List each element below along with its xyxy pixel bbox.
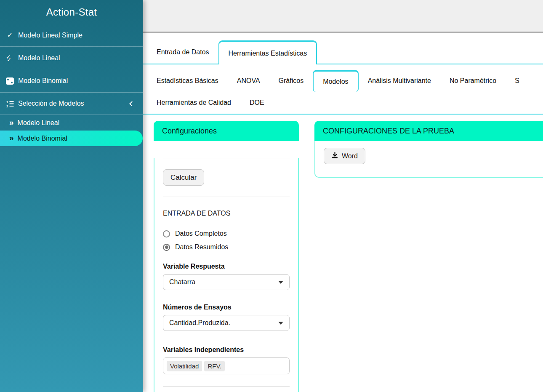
- word-button-label: Word: [342, 152, 358, 160]
- download-icon: [331, 152, 338, 160]
- sidebar-item-label: Modelo Binomial: [18, 77, 68, 85]
- svg-text:1: 1: [6, 100, 8, 104]
- response-variable-select[interactable]: Chatarra: [163, 274, 290, 290]
- check-icon: ✓: [6, 31, 14, 39]
- trials-count-label: Números de Ensayos: [163, 304, 290, 311]
- results-panel-body: Word: [314, 141, 543, 178]
- chevron-left-icon[interactable]: [129, 101, 135, 107]
- secondary-tabs-row2: Herramientas de Calidad DOE: [147, 92, 543, 114]
- tab-truncated[interactable]: S: [506, 77, 529, 85]
- results-panel-header: CONFIGURACIONES DE LA PRUEBA: [314, 121, 543, 141]
- ordered-list-icon: 1 2: [6, 100, 14, 107]
- config-panel-header: Configuraciones: [154, 121, 299, 141]
- radio-datos-resumidos[interactable]: Datos Resumidos: [163, 242, 290, 253]
- trials-count-select[interactable]: Cantidad.Produzida.: [163, 315, 290, 331]
- sidebar-nav: ✓ Modelo Lineal Simple ✓✓ Modelo Lineal …: [0, 24, 143, 146]
- radio-icon: [163, 244, 170, 251]
- secondary-tabs-row1: Estadísticas Básicas ANOVA Gráficos Mode…: [147, 70, 543, 92]
- tab-label: Entrada de Datos: [157, 48, 209, 56]
- sidebar-item-label: Modelo Lineal: [18, 54, 60, 62]
- sidebar-item-seleccion-de-modelos[interactable]: 1 2 Selección de Modelos: [0, 92, 143, 115]
- data-entry-heading: ENTRADA DE DATOS: [163, 210, 290, 217]
- radio-label: Datos Completos: [175, 230, 227, 237]
- config-panel-title: Configuraciones: [162, 127, 217, 136]
- tab-label: No Paramétrico: [450, 77, 496, 84]
- divider: [163, 386, 290, 387]
- independent-variables-label: Variables Independientes: [163, 346, 290, 354]
- tab-anova[interactable]: ANOVA: [228, 77, 269, 85]
- angles-right-icon: »: [9, 118, 14, 126]
- sidebar: Action-Stat ✓ Modelo Lineal Simple ✓✓ Mo…: [0, 0, 143, 392]
- variable-chip[interactable]: Volatilidad: [167, 361, 202, 371]
- select-value: Cantidad.Produzida.: [169, 319, 230, 327]
- svg-text:2: 2: [6, 104, 8, 107]
- config-panel: Configuraciones Calcular ENTRADA DE DATO…: [154, 121, 299, 392]
- tab-graficos[interactable]: Gráficos: [269, 77, 313, 85]
- sidebar-item-label: Modelo Lineal Simple: [18, 32, 83, 39]
- divider: [163, 197, 290, 197]
- tab-label: Análisis Multivariante: [368, 77, 431, 84]
- config-panel-body: Calcular ENTRADA DE DATOS Datos Completo…: [154, 158, 299, 392]
- tab-label: Modelos: [323, 78, 348, 85]
- radio-datos-completos[interactable]: Datos Completos: [163, 228, 290, 239]
- sidebar-subitem-label: Modelo Lineal: [18, 119, 60, 127]
- tab-label: S: [515, 77, 519, 84]
- sidebar-item-label: Selección de Modelos: [18, 100, 84, 107]
- sidebar-subitem-modelo-lineal[interactable]: » Modelo Lineal: [0, 115, 143, 131]
- tab-label: Herramientas Estadísticas: [229, 50, 307, 57]
- chevron-down-icon: [278, 322, 283, 325]
- angles-right-icon: »: [9, 134, 14, 142]
- tab-analisis-multivariante[interactable]: Análisis Multivariante: [359, 77, 440, 85]
- main-area: Entrada de Datos Herramientas Estadístic…: [143, 0, 543, 392]
- sidebar-item-modelo-binomial[interactable]: Modelo Binomial: [0, 69, 143, 92]
- tab-herramientas-de-calidad[interactable]: Herramientas de Calidad: [147, 99, 240, 107]
- double-check-icon: ✓✓: [6, 54, 14, 62]
- tab-herramientas-estadisticas[interactable]: Herramientas Estadísticas: [218, 40, 317, 64]
- data-type-radio-group: Datos Completos Datos Resumidos: [163, 228, 290, 253]
- tab-label: Estadísticas Básicas: [157, 77, 218, 84]
- tab-label: Gráficos: [279, 77, 304, 84]
- variable-chip[interactable]: RFV.: [204, 361, 225, 371]
- sidebar-subitem-label: Modelo Binomial: [18, 135, 67, 142]
- chevron-down-icon: [278, 281, 283, 284]
- tab-entrada-de-datos[interactable]: Entrada de Datos: [147, 40, 218, 64]
- radio-icon: [163, 230, 170, 237]
- sidebar-item-modelo-lineal-simple[interactable]: ✓ Modelo Lineal Simple: [0, 24, 143, 47]
- tab-label: ANOVA: [237, 77, 260, 84]
- primary-tabs: Entrada de Datos Herramientas Estadístic…: [143, 40, 543, 64]
- divider: [163, 158, 290, 158]
- word-download-button[interactable]: Word: [324, 148, 365, 164]
- sidebar-subitem-modelo-binomial[interactable]: » Modelo Binomial: [0, 131, 143, 146]
- tab-label: DOE: [250, 99, 264, 106]
- sidebar-item-modelo-lineal[interactable]: ✓✓ Modelo Lineal: [0, 47, 143, 69]
- results-panel-title: CONFIGURACIONES DE LA PRUEBA: [323, 127, 454, 136]
- response-variable-label: Variable Respuesta: [163, 263, 290, 270]
- tab-modelos[interactable]: Modelos: [313, 70, 358, 92]
- tab-estadisticas-basicas[interactable]: Estadísticas Básicas: [147, 77, 228, 85]
- tab-label: Herramientas de Calidad: [157, 99, 231, 106]
- top-gray-bar: [143, 0, 543, 33]
- app-title: Action-Stat: [0, 0, 143, 24]
- independent-variables-input[interactable]: Volatilidad RFV.: [163, 357, 290, 374]
- radio-label: Datos Resumidos: [175, 243, 228, 251]
- results-panel: CONFIGURACIONES DE LA PRUEBA Word: [314, 121, 543, 178]
- calcular-button[interactable]: Calcular: [163, 169, 204, 186]
- secondary-tabs: Estadísticas Básicas ANOVA Gráficos Mode…: [143, 70, 543, 115]
- dice-icon: [6, 77, 14, 85]
- tab-doe[interactable]: DOE: [240, 99, 274, 107]
- tab-no-parametrico[interactable]: No Paramétrico: [440, 77, 506, 85]
- select-value: Chatarra: [169, 278, 195, 286]
